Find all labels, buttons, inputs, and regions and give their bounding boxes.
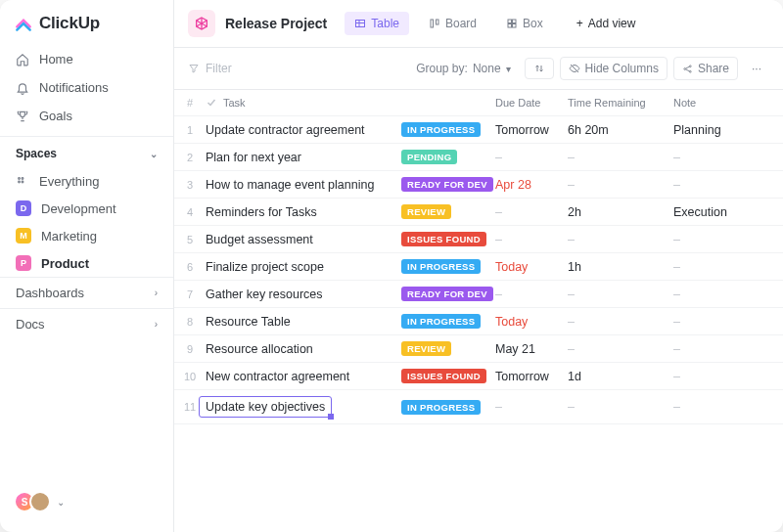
status-cell[interactable]: REVIEW	[401, 341, 495, 356]
brand-name: ClickUp	[39, 14, 100, 33]
due-cell[interactable]: –	[495, 400, 568, 414]
space-item-product[interactable]: PProduct	[0, 249, 173, 277]
time-cell[interactable]: –	[568, 342, 673, 356]
due-cell[interactable]: –	[495, 205, 568, 219]
time-cell[interactable]: –	[568, 178, 673, 192]
note-cell[interactable]: –	[673, 151, 783, 164]
more-button[interactable]: ···	[744, 58, 769, 79]
space-everything[interactable]: Everything	[0, 168, 173, 195]
time-cell[interactable]: –	[568, 315, 673, 329]
status-cell[interactable]: IN PROGRESS	[401, 400, 495, 415]
add-view-button[interactable]: + Add view	[567, 12, 646, 35]
col-header-num: #	[174, 97, 206, 109]
spaces-header[interactable]: Spaces ⌄	[0, 136, 173, 168]
note-cell[interactable]: –	[673, 260, 783, 274]
table-row[interactable]: 2 Plan for next year PENDING – – –	[174, 144, 783, 171]
brand-logo[interactable]: ClickUp	[0, 12, 173, 45]
table-row[interactable]: 3 How to manage event planning READY FOR…	[174, 171, 783, 199]
note-cell[interactable]: –	[673, 288, 783, 301]
due-cell[interactable]: Tomorrow	[495, 123, 568, 137]
share-button[interactable]: Share	[673, 57, 738, 80]
table-row[interactable]: 9 Resource allocation REVIEW May 21 – –	[174, 335, 783, 363]
note-cell[interactable]: Planning	[673, 123, 783, 137]
task-cell[interactable]: Finalize project scope	[206, 260, 401, 274]
note-cell[interactable]: –	[673, 370, 783, 383]
status-cell[interactable]: IN PROGRESS	[401, 122, 495, 137]
task-cell[interactable]: Update contractor agreement	[206, 123, 401, 137]
task-cell[interactable]: How to manage event planning	[206, 178, 401, 192]
task-cell[interactable]: Budget assessment	[206, 233, 401, 246]
view-tab-table[interactable]: Table	[345, 12, 409, 35]
hide-columns-button[interactable]: Hide Columns	[560, 57, 668, 80]
due-cell[interactable]: Apr 28	[495, 178, 568, 192]
task-cell[interactable]: New contractor agreement	[206, 370, 401, 383]
status-cell[interactable]: ISSUES FOUND	[401, 232, 495, 246]
col-header-task[interactable]: Task	[206, 97, 401, 109]
table-row[interactable]: 6 Finalize project scope IN PROGRESS Tod…	[174, 253, 783, 281]
due-cell[interactable]: –	[495, 151, 568, 164]
nav-home[interactable]: Home	[0, 45, 173, 73]
col-header-time[interactable]: Time Remaining	[568, 97, 673, 109]
task-cell[interactable]: Update key objectives	[206, 396, 401, 418]
note-cell[interactable]: –	[673, 178, 783, 192]
table-row[interactable]: 7 Gather key resources READY FOR DEV – –…	[174, 281, 783, 308]
task-name-input[interactable]: Update key objectives	[199, 396, 332, 418]
status-cell[interactable]: READY FOR DEV	[401, 287, 495, 301]
avatar[interactable]	[29, 491, 51, 512]
status-badge: IN PROGRESS	[401, 400, 481, 415]
sort-button[interactable]	[525, 58, 554, 79]
table-row[interactable]: 10 New contractor agreement ISSUES FOUND…	[174, 363, 783, 390]
status-cell[interactable]: READY FOR DEV	[401, 177, 495, 192]
time-cell[interactable]: –	[568, 288, 673, 301]
due-cell[interactable]: Today	[495, 260, 568, 274]
note-cell[interactable]: –	[673, 400, 783, 414]
nav-goals[interactable]: Goals	[0, 102, 173, 130]
filter-button[interactable]: Filter	[188, 62, 232, 75]
group-by-dropdown[interactable]: Group by: None ▾	[408, 58, 518, 79]
due-cell[interactable]: –	[495, 233, 568, 246]
time-cell[interactable]: –	[568, 233, 673, 246]
task-cell[interactable]: Reminders for Tasks	[206, 205, 401, 219]
time-cell[interactable]: –	[568, 151, 673, 164]
task-cell[interactable]: Resource Table	[206, 315, 401, 329]
sidebar-dashboards[interactable]: Dashboards ›	[0, 277, 173, 308]
due-cell[interactable]: Today	[495, 315, 568, 329]
note-cell[interactable]: –	[673, 342, 783, 356]
time-cell[interactable]: –	[568, 400, 673, 414]
task-cell[interactable]: Resource allocation	[206, 342, 401, 356]
table-row[interactable]: 11 Update key objectives IN PROGRESS – –…	[174, 390, 783, 424]
note-cell[interactable]: –	[673, 233, 783, 246]
status-cell[interactable]: ISSUES FOUND	[401, 369, 495, 383]
note-cell[interactable]: Execution	[673, 205, 783, 219]
task-cell[interactable]: Plan for next year	[206, 151, 401, 164]
due-cell[interactable]: Tomorrow	[495, 370, 568, 383]
task-name: How to manage event planning	[206, 178, 374, 192]
chevron-down-icon: ▾	[506, 64, 511, 74]
time-cell[interactable]: 1h	[568, 260, 673, 274]
view-tab-box[interactable]: Box	[496, 12, 553, 35]
space-item-development[interactable]: DDevelopment	[0, 195, 173, 222]
time-cell[interactable]: 6h 20m	[568, 123, 673, 137]
nav-notifications[interactable]: Notifications	[0, 73, 173, 102]
space-item-marketing[interactable]: MMarketing	[0, 222, 173, 249]
table-row[interactable]: 1 Update contractor agreement IN PROGRES…	[174, 116, 783, 144]
avatar-stack[interactable]: S ⌄	[0, 481, 173, 522]
table-row[interactable]: 8 Resource Table IN PROGRESS Today – –	[174, 308, 783, 335]
col-header-note[interactable]: Note	[673, 97, 783, 109]
due-cell[interactable]: –	[495, 288, 568, 301]
table-row[interactable]: 4 Reminders for Tasks REVIEW – 2h Execut…	[174, 199, 783, 226]
view-tab-board[interactable]: Board	[419, 12, 486, 35]
spaces-header-label: Spaces	[16, 147, 57, 160]
time-cell[interactable]: 1d	[568, 370, 673, 383]
status-cell[interactable]: IN PROGRESS	[401, 259, 495, 274]
status-cell[interactable]: PENDING	[401, 150, 495, 164]
time-cell[interactable]: 2h	[568, 205, 673, 219]
col-header-due[interactable]: Due Date	[495, 97, 568, 109]
note-cell[interactable]: –	[673, 315, 783, 329]
table-row[interactable]: 5 Budget assessment ISSUES FOUND – – –	[174, 226, 783, 253]
status-cell[interactable]: REVIEW	[401, 204, 495, 219]
sidebar-docs[interactable]: Docs ›	[0, 308, 173, 339]
due-cell[interactable]: May 21	[495, 342, 568, 356]
task-cell[interactable]: Gather key resources	[206, 288, 401, 301]
status-cell[interactable]: IN PROGRESS	[401, 314, 495, 329]
